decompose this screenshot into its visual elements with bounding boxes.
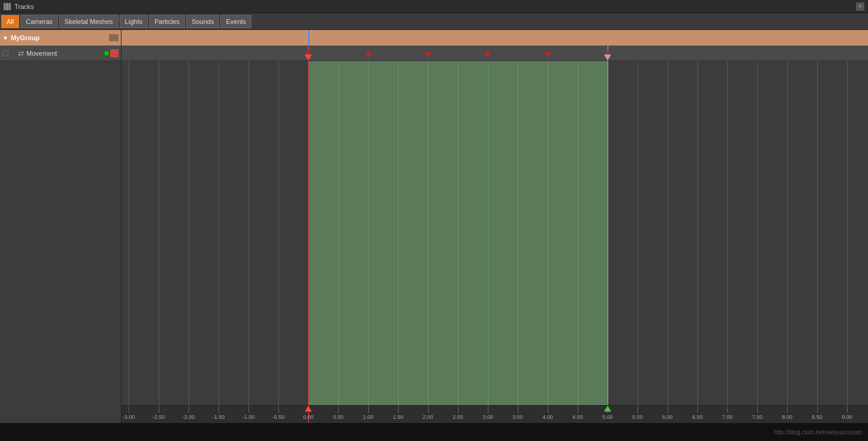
title-bar-title: Tracks [14, 3, 856, 10]
grid-line [428, 61, 429, 405]
ruler-tick-line [278, 406, 279, 413]
ruler-tick-line [817, 406, 818, 413]
ruler-tick-line [129, 406, 129, 413]
ruler-tick-line [398, 406, 399, 413]
timeline-panel: -3.00-2.50-2.00-1.50-1.00-0.500.000.501.… [122, 30, 868, 423]
filter-btn-particles[interactable]: Particles [149, 15, 185, 28]
playhead-line [308, 61, 309, 405]
ruler-tick-line [248, 406, 249, 413]
keyframe-marker [425, 50, 431, 55]
ruler-tick-line [787, 406, 788, 413]
grid-line [458, 61, 459, 405]
grid-line [667, 61, 668, 405]
end-marker-line [608, 61, 608, 405]
ruler-playhead-marker [305, 406, 312, 412]
track-name-movement: Movement [26, 50, 103, 57]
ruler-tick-label: 5.50 [632, 414, 643, 420]
ruler-tick-label: 4.50 [572, 414, 583, 420]
ruler-tick-label: -1.50 [213, 414, 225, 420]
visibility-toggle[interactable] [2, 50, 8, 56]
timeline-track-band [122, 46, 868, 61]
ruler-tick-label: 8.50 [812, 414, 823, 420]
grid-line [488, 61, 488, 405]
grid-line [847, 61, 848, 405]
filter-btn-lights[interactable]: Lights [120, 15, 148, 28]
ruler-tick-label: -3.00 [123, 414, 135, 420]
ruler-tick-line [518, 406, 518, 413]
filter-btn-all[interactable]: All [1, 15, 19, 28]
group-arrow-icon: ▼ [2, 35, 8, 41]
ruler-tick-label: 7.00 [722, 414, 733, 420]
ruler-tick-label: 3.50 [512, 414, 523, 420]
ruler-tick-label: 6.50 [692, 414, 703, 420]
ruler-tick-label: -1.00 [242, 414, 255, 420]
close-button[interactable]: × [856, 2, 864, 11]
keyframe-marker [365, 50, 371, 55]
ruler-tick-line [458, 406, 459, 413]
ruler-tick-label: 7.50 [752, 414, 763, 420]
grid-line [338, 61, 339, 405]
grid-line [518, 61, 518, 405]
ruler-tick-label: -2.50 [153, 414, 165, 420]
grid-line [548, 61, 548, 405]
filter-btn-events[interactable]: Events [220, 15, 251, 28]
timeline-content[interactable] [122, 61, 868, 405]
grid-line [129, 61, 129, 405]
ruler-tick-line [368, 406, 369, 413]
ruler-tick-label: -2.00 [183, 414, 195, 420]
ruler-tick-label: 2.50 [453, 414, 463, 420]
group-name: MyGroup [11, 34, 107, 41]
ruler-tick-line [638, 406, 638, 413]
grid-line [638, 61, 638, 405]
filter-bar: All Cameras Skeletal Meshes Lights Parti… [0, 13, 868, 30]
grid-line [757, 61, 758, 405]
grid-line [218, 61, 219, 405]
ruler-tick-line [428, 406, 429, 413]
ruler-tick-label: -0.50 [272, 414, 285, 420]
ruler-tick-line [727, 406, 728, 413]
timeline-ruler: -3.00-2.50-2.00-1.50-1.00-0.500.000.501.… [122, 405, 868, 423]
main-layout: ▼ MyGroup ⇄ Movement [0, 30, 868, 441]
playhead-top-marker [305, 55, 312, 61]
ruler-tick-label: 1.00 [363, 414, 374, 420]
ruler-tick-line [189, 406, 189, 413]
ruler-tick-line [578, 406, 578, 413]
record-button[interactable] [110, 49, 119, 58]
timeline-group-band [122, 30, 868, 46]
ruler-tick-line [667, 406, 668, 413]
ruler-tick-line [548, 406, 548, 413]
filter-btn-skeletal-meshes[interactable]: Skeletal Meshes [59, 15, 119, 28]
ruler-end-marker [604, 406, 611, 412]
ruler-tick-line [218, 406, 219, 413]
bottom-track-area [0, 423, 122, 441]
grid-line [578, 61, 578, 405]
track-row-movement: ⇄ Movement [0, 46, 121, 61]
ruler-tick-label: 0.50 [333, 414, 344, 420]
ruler-tick-line [757, 406, 758, 413]
grid-line [368, 61, 369, 405]
filter-btn-cameras[interactable]: Cameras [20, 15, 58, 28]
content-area: ▼ MyGroup ⇄ Movement [0, 30, 868, 423]
keyframe-marker [545, 50, 551, 55]
ruler-tick-line [159, 406, 159, 413]
ruler-tick-label: 1.50 [393, 414, 403, 420]
ruler-tick-line [697, 406, 698, 413]
ruler-tick-label: 8.00 [782, 414, 793, 420]
grid-line [697, 61, 698, 405]
filter-btn-sounds[interactable]: Sounds [186, 15, 219, 28]
keyframe-marker [485, 50, 491, 55]
grid-line [727, 61, 728, 405]
folder-icon [109, 34, 119, 41]
grid-line [278, 61, 279, 405]
grid-line [189, 61, 189, 405]
end-top-marker [604, 55, 611, 61]
ruler-tick-label: 4.00 [542, 414, 553, 420]
grid-line [159, 61, 159, 405]
track-green-dot [104, 51, 109, 56]
ruler-tick-line [338, 406, 339, 413]
group-row[interactable]: ▼ MyGroup [0, 30, 121, 46]
ruler-tick-line [488, 406, 488, 413]
track-list: ▼ MyGroup ⇄ Movement [0, 30, 122, 423]
grid-line [398, 61, 399, 405]
watermark: http://blog.csdn.net/weiyuxinyuan [122, 429, 868, 436]
